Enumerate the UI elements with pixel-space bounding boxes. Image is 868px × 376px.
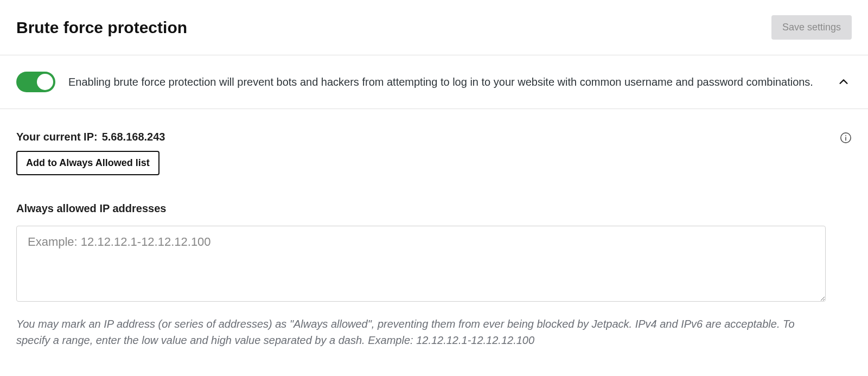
brute-force-toggle[interactable] (16, 72, 55, 92)
current-ip-prefix: Your current IP: (16, 131, 98, 143)
save-settings-button[interactable]: Save settings (771, 15, 852, 40)
page-title: Brute force protection (16, 18, 187, 37)
current-ip-row: Your current IP: 5.68.168.243 Add to Alw… (16, 131, 852, 175)
chevron-up-icon[interactable] (835, 74, 852, 90)
allowlist-help-text: You may mark an IP address (or series of… (16, 316, 826, 348)
body-section: Your current IP: 5.68.168.243 Add to Alw… (0, 109, 868, 365)
header-row: Brute force protection Save settings (0, 0, 868, 55)
allowlist-textarea[interactable] (16, 226, 826, 302)
current-ip-label: Your current IP: 5.68.168.243 (16, 131, 165, 143)
allowlist-heading: Always allowed IP addresses (16, 202, 852, 215)
toggle-section: Enabling brute force protection will pre… (0, 55, 868, 109)
toggle-description: Enabling brute force protection will pre… (68, 74, 822, 90)
info-icon[interactable] (840, 132, 852, 144)
svg-point-2 (845, 135, 846, 136)
add-to-allowed-button[interactable]: Add to Always Allowed list (16, 151, 159, 175)
toggle-knob (37, 74, 53, 90)
current-ip-value: 5.68.168.243 (102, 131, 165, 143)
